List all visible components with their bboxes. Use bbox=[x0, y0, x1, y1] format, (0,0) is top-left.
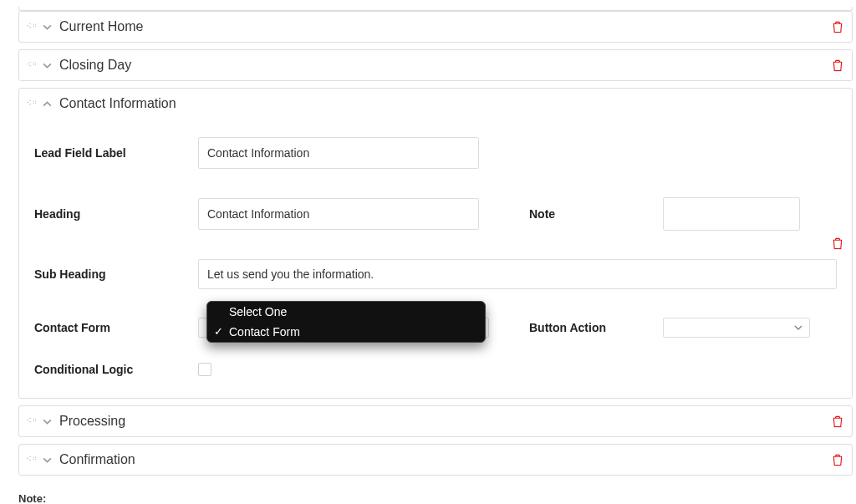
dropdown-option-contact-form[interactable]: Contact Form bbox=[207, 322, 485, 342]
lead-field-label-input[interactable] bbox=[198, 137, 479, 169]
section-row-contact-information: Contact Information Lead Field Label Hea… bbox=[18, 88, 853, 399]
svg-point-7 bbox=[35, 64, 36, 65]
trash-icon[interactable] bbox=[832, 21, 843, 33]
chevron-down-icon[interactable] bbox=[39, 456, 54, 465]
svg-point-8 bbox=[33, 101, 34, 102]
svg-point-19 bbox=[35, 459, 36, 460]
svg-point-10 bbox=[33, 103, 34, 104]
svg-point-5 bbox=[35, 63, 36, 64]
chevron-up-icon[interactable] bbox=[39, 99, 54, 109]
note-input[interactable] bbox=[663, 197, 800, 231]
trash-icon[interactable] bbox=[832, 454, 843, 466]
sub-heading-label: Sub Heading bbox=[34, 267, 198, 281]
drag-handle-icon[interactable] bbox=[26, 97, 38, 109]
svg-point-2 bbox=[33, 26, 34, 27]
svg-point-11 bbox=[35, 103, 36, 104]
conditional-logic-label: Conditional Logic bbox=[34, 363, 198, 376]
section-title: Current Home bbox=[59, 19, 143, 34]
section-title: Processing bbox=[59, 414, 125, 429]
trash-icon[interactable] bbox=[832, 415, 843, 428]
button-action-label: Button Action bbox=[529, 321, 663, 334]
svg-point-18 bbox=[33, 459, 34, 460]
section-title: Closing Day bbox=[59, 58, 131, 73]
contact-form-dropdown: Select One Contact Form bbox=[206, 301, 486, 343]
svg-point-0 bbox=[33, 24, 34, 25]
svg-point-12 bbox=[33, 419, 34, 420]
svg-point-16 bbox=[33, 457, 34, 458]
button-action-select[interactable] bbox=[663, 318, 810, 338]
svg-point-9 bbox=[35, 101, 36, 102]
svg-point-13 bbox=[35, 419, 36, 420]
section-row-confirmation: Confirmation bbox=[18, 444, 853, 476]
svg-point-1 bbox=[35, 24, 36, 25]
chevron-down-icon[interactable] bbox=[39, 23, 54, 32]
heading-label: Heading bbox=[34, 207, 198, 221]
section-row-processing: Processing bbox=[18, 405, 853, 437]
svg-point-6 bbox=[33, 64, 34, 65]
footer-note: Note: All survey forms must end with a c… bbox=[18, 492, 853, 504]
svg-point-15 bbox=[35, 420, 36, 421]
chevron-down-icon[interactable] bbox=[39, 417, 54, 426]
chevron-down-icon bbox=[794, 323, 802, 332]
svg-point-14 bbox=[33, 420, 34, 421]
drag-handle-icon[interactable] bbox=[26, 59, 38, 70]
drag-handle-icon[interactable] bbox=[26, 20, 38, 32]
note-label: Note bbox=[529, 207, 663, 221]
conditional-logic-checkbox[interactable] bbox=[198, 363, 211, 376]
section-title: Confirmation bbox=[59, 452, 135, 467]
contact-form-label: Contact Form bbox=[34, 321, 198, 334]
section-title: Contact Information bbox=[59, 96, 176, 111]
heading-input[interactable] bbox=[198, 198, 479, 230]
drag-handle-icon[interactable] bbox=[26, 415, 38, 426]
trash-icon[interactable] bbox=[832, 59, 843, 72]
dropdown-option-select-one[interactable]: Select One bbox=[207, 302, 485, 322]
svg-point-4 bbox=[33, 63, 34, 64]
svg-point-17 bbox=[35, 457, 36, 458]
sub-heading-input[interactable] bbox=[198, 259, 837, 289]
drag-handle-icon[interactable] bbox=[26, 453, 38, 465]
chevron-down-icon[interactable] bbox=[39, 61, 54, 70]
lead-field-label-label: Lead Field Label bbox=[34, 146, 198, 160]
section-row-closing-day: Closing Day bbox=[18, 49, 853, 81]
section-row-current-home: Current Home bbox=[18, 11, 853, 43]
svg-point-3 bbox=[35, 26, 36, 27]
footer-note-heading: Note: bbox=[18, 492, 853, 504]
